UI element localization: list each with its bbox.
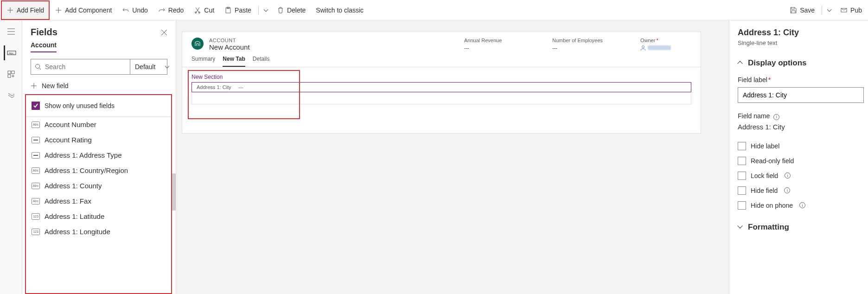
checkbox-label: Lock field [751,172,778,179]
form-canvas: ACCOUNT New Account Annual Revenue --- N… [176,20,729,294]
section-title[interactable]: New Section [191,74,691,80]
lock-field-checkbox[interactable]: Lock field i [738,172,868,180]
header-field-label: Owner [640,38,655,43]
text-type-icon: Abc [32,121,40,128]
hide-on-phone-checkbox[interactable]: Hide on phone i [738,201,868,210]
field-item-label: Account Number [45,121,96,128]
save-button[interactable]: Save [785,0,820,20]
field-item[interactable]: Address 1: Address Type [26,147,171,163]
hide-field-checkbox[interactable]: Hide field i [738,186,868,195]
publish-button[interactable]: Pub [835,0,867,20]
form-header: ACCOUNT New Account Annual Revenue --- N… [182,32,701,54]
rail-fields-button[interactable]: Abc [4,45,19,60]
form-field-label: Address 1: City [197,84,238,90]
required-star-icon: * [768,76,771,83]
close-panel-button[interactable] [161,29,167,36]
chevron-down-icon [165,64,170,69]
section-drop-area[interactable] [191,92,691,104]
left-rail: Abc [0,20,22,294]
add-component-button[interactable]: Add Component [50,0,117,20]
field-label-input[interactable] [738,87,864,103]
switch-classic-button[interactable]: Switch to classic [311,0,369,20]
save-icon [790,6,797,14]
read-only-checkbox[interactable]: Read-only field [738,157,868,165]
field-item-label: Address 1: Longitude [45,228,110,236]
chevron-down-icon [264,8,268,13]
paste-label: Paste [235,6,251,14]
search-row: Default [31,59,167,75]
rail-components-button[interactable] [4,67,19,82]
field-item[interactable]: AbcAddress 1: Country/Region [26,163,171,178]
checkbox-icon [738,157,746,165]
header-field-owner[interactable]: Owner* [640,38,691,51]
field-item-label: Address 1: County [45,182,102,190]
chevron-down-icon [738,224,743,230]
field-item[interactable]: 123Address 1: Latitude [26,209,171,224]
field-item[interactable]: AbcAddress 1: Fax [26,193,171,209]
svg-point-14 [642,46,645,48]
delete-button[interactable]: Delete [272,0,311,20]
search-input[interactable] [31,59,130,74]
required-star-icon: * [656,38,658,43]
save-more-button[interactable] [824,0,835,20]
checkbox-label: Hide on phone [751,202,793,209]
field-item[interactable]: AbcAccount Number [26,117,171,132]
undo-label: Undo [132,6,147,14]
save-label: Save [800,6,815,14]
formatting-label: Formatting [748,223,789,232]
tab-new-tab[interactable]: New Tab [223,56,245,67]
checkbox-icon [738,201,746,210]
redo-button[interactable]: Redo [153,0,189,20]
paste-more-button[interactable] [261,0,272,20]
plus-icon [6,6,14,14]
publish-label: Pub [850,6,862,14]
rail-hamburger-button[interactable] [4,24,19,39]
section-container[interactable]: New Section Address 1: City --- [182,67,701,108]
info-icon[interactable]: i [784,187,790,193]
tab-details[interactable]: Details [253,56,270,67]
info-icon[interactable]: i [773,114,779,120]
checkbox-label: Hide field [751,187,778,194]
checkbox-label: Hide label [751,142,779,150]
undo-icon [122,6,129,14]
svg-point-1 [199,12,200,13]
text-type-icon: Abc [32,167,40,174]
paste-button[interactable]: Paste [219,0,256,20]
rail-tree-button[interactable] [4,88,19,103]
form-tabs: Summary New Tab Details [182,54,701,67]
show-unused-toggle[interactable]: Show only unused fields [26,95,171,117]
info-icon[interactable]: i [799,202,805,208]
cut-button[interactable]: Cut [189,0,219,20]
field-item[interactable]: Account Rating [26,132,171,147]
separator [822,6,822,15]
tab-summary[interactable]: Summary [191,56,215,67]
header-field[interactable]: Annual Revenue --- [464,38,515,51]
add-field-label: Add Field [17,6,44,14]
add-field-button[interactable]: Add Field [1,0,50,20]
field-label-caption: Field label* [738,76,868,83]
form-field-row[interactable]: Address 1: City --- [191,82,691,92]
new-field-button[interactable]: New field [22,79,176,94]
formatting-toggle[interactable]: Formatting [738,220,868,235]
field-name-value: Address 1: City [738,123,868,131]
form-preview[interactable]: ACCOUNT New Account Annual Revenue --- N… [182,32,701,134]
panel-entity: Account [31,41,57,52]
header-field[interactable]: Number of Employees --- [552,38,603,51]
header-field-label: Annual Revenue [464,38,515,43]
scrollbar-thumb[interactable] [172,173,176,211]
checkbox-label: Read-only field [751,157,794,165]
filter-dropdown[interactable]: Default [130,59,174,74]
field-item[interactable]: AbcAddress 1: County [26,178,171,193]
person-icon [640,45,646,51]
filter-value: Default [135,63,155,70]
switch-label: Switch to classic [316,6,364,14]
hide-label-checkbox[interactable]: Hide label [738,142,868,150]
field-item[interactable]: 123Address 1: Longitude [26,224,171,239]
display-options-toggle[interactable]: Display options [738,56,868,70]
info-icon[interactable]: i [785,173,791,179]
props-subtitle: Single-line text [738,39,868,46]
header-field-value: --- [552,45,603,51]
delete-label: Delete [287,6,306,14]
owner-value-redacted [648,45,671,50]
undo-button[interactable]: Undo [117,0,153,20]
